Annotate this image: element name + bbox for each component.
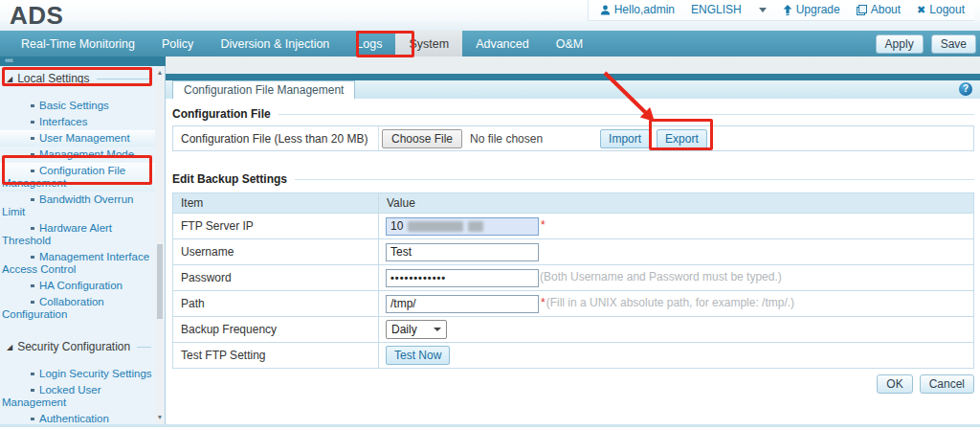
form-actions: OK Cancel bbox=[172, 374, 974, 394]
table-body: FTP Server IP10*UsernameTestPassword••••… bbox=[173, 214, 974, 369]
expand-triangle-icon: ◢ bbox=[7, 343, 12, 351]
ads-admin-page: ADS Hello,admin ENGLISH Upgrade About ✖ … bbox=[0, 0, 980, 430]
sidebar-item-basic-settings[interactable]: Basic Settings bbox=[0, 98, 155, 114]
input-value: Test bbox=[390, 245, 412, 259]
nav-actions: Apply Save bbox=[876, 31, 976, 57]
ok-button[interactable]: OK bbox=[877, 374, 912, 394]
item-label: FTP Server IP bbox=[173, 214, 379, 239]
hint-text: (Fill in a UNIX absolute path, for examp… bbox=[546, 296, 794, 309]
app-logo: ADS bbox=[10, 1, 63, 31]
test-now-button[interactable]: Test Now bbox=[386, 346, 450, 365]
collapse-icon[interactable]: «« bbox=[5, 56, 12, 65]
sidebar-item-locked-user-management[interactable]: Locked User Management bbox=[0, 382, 155, 411]
scrollbar-thumb[interactable] bbox=[157, 244, 163, 319]
sidebar-collapse-bar[interactable]: «« bbox=[0, 57, 166, 66]
bullet-icon bbox=[31, 170, 34, 172]
password-input[interactable]: •••••••••••• bbox=[386, 269, 539, 287]
sidebar-item-authentication-configuration[interactable]: Authentication Configuration bbox=[0, 411, 155, 424]
sidebar-scrollbar[interactable]: ▲ ▼ bbox=[156, 66, 164, 424]
selected-value: Daily bbox=[391, 323, 417, 336]
sidebar-item-ha-configuration[interactable]: HA Configuration bbox=[0, 278, 155, 294]
value-cell: Test bbox=[379, 239, 974, 265]
sidebar-item-collaboration-configuration[interactable]: Collaboration Configuration bbox=[0, 294, 155, 323]
backup-frequency-select[interactable]: Daily bbox=[386, 320, 447, 339]
scroll-down-arrow-icon[interactable]: ▼ bbox=[156, 413, 164, 422]
ftp-server-ip-input[interactable]: 10 bbox=[386, 217, 539, 236]
sidebar-item-label: Bandwidth Overrun Limit bbox=[2, 193, 133, 217]
sidebar-item-list: Login Security SettingsLocked User Manag… bbox=[0, 366, 155, 424]
user-greeting: Hello,admin bbox=[600, 3, 675, 16]
panel-top-spacer bbox=[166, 57, 980, 74]
help-icon[interactable]: ? bbox=[959, 82, 972, 96]
tab-configuration-file-management[interactable]: Configuration File Management bbox=[172, 80, 355, 99]
sidebar-item-bandwidth-overrun-limit[interactable]: Bandwidth Overrun Limit bbox=[0, 192, 155, 220]
no-file-chosen-text: No file chosen bbox=[470, 132, 543, 146]
nav-diversion-injection[interactable]: Diversion & Injection bbox=[207, 31, 343, 57]
bullet-icon bbox=[31, 301, 34, 304]
username-input[interactable]: Test bbox=[386, 243, 539, 261]
section-rule bbox=[137, 347, 151, 348]
nav-o-m[interactable]: O&M bbox=[543, 31, 596, 57]
path-input[interactable]: /tmp/ bbox=[386, 295, 539, 313]
section-rule bbox=[278, 114, 974, 115]
table-row-password: Password••••••••••••(Both Username and P… bbox=[173, 265, 974, 291]
upgrade-link[interactable]: Upgrade bbox=[783, 3, 840, 16]
sidebar-item-label: Basic Settings bbox=[39, 100, 109, 111]
section-title-edit-backup-settings: Edit Backup Settings bbox=[172, 172, 974, 186]
nav-items: Real-Time MonitoringPolicyDiversion & In… bbox=[8, 31, 596, 57]
sidebar-section-security-configuration[interactable]: ◢Security Configuration bbox=[0, 334, 155, 356]
save-button[interactable]: Save bbox=[931, 34, 976, 54]
configuration-file-controls: Choose File No file chosen Import Export bbox=[379, 129, 973, 148]
section-rule bbox=[97, 79, 151, 79]
about-icon bbox=[857, 5, 867, 15]
bullet-icon bbox=[31, 256, 34, 259]
required-marker: * bbox=[541, 296, 546, 309]
column-header-value: Value bbox=[379, 193, 974, 214]
choose-file-button[interactable]: Choose File bbox=[382, 129, 462, 148]
user-links: Hello,admin ENGLISH Upgrade About ✖ Logo… bbox=[588, 0, 974, 21]
language-select[interactable]: ENGLISH bbox=[691, 3, 767, 16]
import-button[interactable]: Import bbox=[600, 129, 650, 148]
value-cell: Test Now bbox=[379, 343, 974, 369]
sidebar-item-login-security-settings[interactable]: Login Security Settings bbox=[0, 366, 155, 382]
nav-policy[interactable]: Policy bbox=[148, 31, 207, 57]
logout-link[interactable]: ✖ Logout bbox=[917, 3, 965, 16]
hint-text: (Both Username and Password must be type… bbox=[540, 270, 782, 283]
section-title: Local Settings bbox=[17, 72, 89, 85]
sidebar-item-list: Basic SettingsInterfacesUser ManagementM… bbox=[0, 98, 155, 323]
sidebar-item-label: Hardware Alert Threshold bbox=[2, 222, 112, 246]
nav-real-time-monitoring[interactable]: Real-Time Monitoring bbox=[8, 31, 148, 57]
sidebar-item-management-interface-access-control[interactable]: Management Interface Access Control bbox=[0, 249, 155, 278]
user-icon bbox=[600, 5, 611, 15]
sidebar: ◢Local SettingsBasic SettingsInterfacesU… bbox=[0, 66, 166, 424]
bullet-icon bbox=[31, 373, 34, 375]
section-title-configuration-file: Configuration File bbox=[172, 107, 974, 121]
bullet-icon bbox=[31, 418, 34, 420]
export-button[interactable]: Export bbox=[657, 129, 707, 148]
input-value: /tmp/ bbox=[390, 297, 416, 310]
apply-button[interactable]: Apply bbox=[876, 34, 924, 54]
about-link[interactable]: About bbox=[857, 3, 901, 16]
sidebar-item-user-management[interactable]: User Management bbox=[0, 130, 155, 147]
bullet-icon bbox=[31, 389, 34, 392]
cancel-button[interactable]: Cancel bbox=[920, 374, 974, 394]
item-label: Username bbox=[173, 239, 379, 265]
nav-logs[interactable]: Logs bbox=[343, 31, 395, 57]
content-area: Configuration File Configuration File (L… bbox=[166, 99, 980, 394]
sidebar-section-local-settings[interactable]: ◢Local Settings bbox=[0, 66, 155, 88]
input-value: 10 bbox=[390, 219, 403, 233]
section-rule bbox=[295, 179, 974, 180]
sidebar-item-hardware-alert-threshold[interactable]: Hardware Alert Threshold bbox=[0, 220, 155, 249]
table-row-backup-frequency: Backup FrequencyDaily bbox=[173, 317, 974, 343]
nav-system[interactable]: System bbox=[395, 31, 462, 57]
sidebar-item-label: HA Configuration bbox=[39, 280, 122, 291]
sidebar-item-interfaces[interactable]: Interfaces bbox=[0, 114, 155, 130]
sidebar-item-configuration-file-management[interactable]: Configuration File Management bbox=[0, 163, 155, 192]
bullet-icon bbox=[31, 104, 34, 107]
sidebar-item-management-mode[interactable]: Management Mode bbox=[0, 147, 155, 163]
nav-advanced[interactable]: Advanced bbox=[462, 31, 543, 57]
scroll-up-arrow-icon[interactable]: ▲ bbox=[156, 68, 164, 78]
table-row-ftp-server-ip: FTP Server IP10* bbox=[173, 214, 974, 239]
sidebar-item-label: Configuration File Management bbox=[2, 165, 125, 189]
bullet-icon bbox=[31, 121, 34, 124]
